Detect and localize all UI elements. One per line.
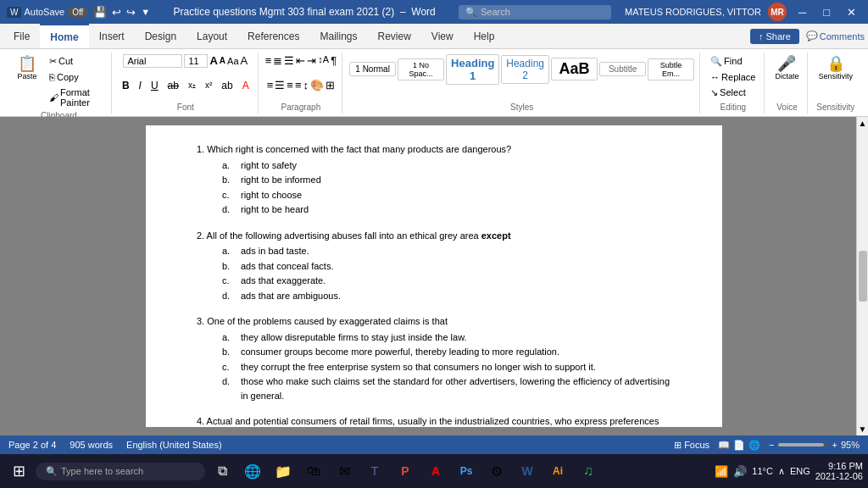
read-mode-icon[interactable]: 📖 (718, 440, 730, 451)
question-3: 3. One of the problems caused by exagger… (197, 314, 671, 402)
highlight-button[interactable]: ab (218, 79, 236, 92)
tab-home[interactable]: Home (40, 24, 88, 48)
store-icon[interactable]: 🛍 (300, 458, 327, 485)
bullets-button[interactable]: ≡ (265, 54, 272, 67)
search-bar[interactable]: 🔍 Search (459, 5, 611, 19)
line-spacing-button[interactable]: ↕ (303, 79, 309, 92)
zoom-bar[interactable] (778, 443, 829, 446)
multilevel-button[interactable]: ☰ (284, 54, 294, 67)
restore-button[interactable]: □ (818, 4, 835, 20)
user-avatar[interactable]: MR (768, 3, 787, 21)
align-center-button[interactable]: ☰ (275, 79, 285, 92)
decrease-indent-button[interactable]: ⇤ (296, 54, 305, 67)
style-title[interactable]: AaB (551, 58, 598, 80)
font-color-button[interactable]: A (239, 79, 253, 92)
close-button[interactable]: ✕ (842, 4, 861, 20)
tab-file[interactable]: File (3, 24, 40, 48)
subscript-button[interactable]: x₂ (185, 80, 199, 91)
justify-button[interactable]: ≡ (295, 79, 302, 92)
shading-button[interactable]: 🎨 (310, 79, 324, 92)
autosave-toggle[interactable]: Off (67, 7, 88, 18)
edge-icon[interactable]: 🌐 (239, 458, 266, 485)
scroll-up-icon[interactable]: ▲ (859, 119, 867, 128)
undo-icon[interactable]: ↩ (112, 6, 121, 19)
focus-button[interactable]: ⊞ Focus (674, 440, 709, 451)
photoshop-icon[interactable]: Ps (453, 458, 480, 485)
style-normal[interactable]: 1 Normal (349, 62, 396, 76)
minimize-button[interactable]: ─ (793, 4, 811, 20)
task-view-button[interactable]: ⧉ (209, 458, 236, 485)
borders-button[interactable]: ⊞ (326, 79, 335, 92)
customize-icon[interactable]: ▼ (141, 7, 150, 17)
dictate-button[interactable]: 🎤 Dictate (771, 54, 802, 82)
align-left-button[interactable]: ≡ (267, 79, 274, 92)
sort-button[interactable]: ↕A (318, 54, 329, 67)
print-layout-icon[interactable]: 📄 (733, 440, 745, 451)
style-subtle-em[interactable]: Subtle Em... (648, 58, 694, 80)
powerpoint-icon[interactable]: P (392, 458, 419, 485)
numbering-button[interactable]: ≣ (273, 54, 282, 67)
tab-references[interactable]: References (237, 24, 309, 48)
scrollbar-thumb[interactable] (859, 251, 867, 302)
change-case-button[interactable]: Aa (227, 56, 238, 66)
network-icon[interactable]: 📶 (715, 465, 728, 478)
strikethrough-button[interactable]: ab (164, 79, 182, 92)
copy-button[interactable]: ⎘ Copy (46, 70, 106, 84)
word-icon[interactable]: W (514, 458, 541, 485)
style-nospace[interactable]: 1 No Spac... (398, 58, 444, 80)
replace-button[interactable]: ↔ Replace (707, 70, 759, 84)
increase-indent-button[interactable]: ⇥ (307, 54, 316, 67)
mail-icon[interactable]: ✉ (331, 458, 358, 485)
quick-save-icon[interactable]: 💾 (93, 6, 107, 19)
system-tray-chevron[interactable]: ∧ (778, 466, 785, 477)
scrollbar[interactable]: ▲ ▼ (856, 117, 868, 435)
style-subtitle[interactable]: Subtitle (599, 62, 646, 76)
doc-page[interactable]: 1. Which right is concerned with the fac… (146, 125, 722, 427)
text-effects-button[interactable]: A (241, 54, 248, 67)
tab-help[interactable]: Help (464, 24, 505, 48)
tab-layout[interactable]: Layout (186, 24, 237, 48)
select-button[interactable]: ↘ Select (707, 86, 759, 100)
tab-insert[interactable]: Insert (89, 24, 135, 48)
tab-review[interactable]: Review (367, 24, 420, 48)
paste-icon: 📋 (18, 56, 36, 71)
tab-design[interactable]: Design (135, 24, 186, 48)
shrink-font-button[interactable]: A (220, 56, 225, 65)
redo-icon[interactable]: ↪ (126, 6, 136, 19)
volume-icon[interactable]: 🔊 (733, 465, 747, 478)
scroll-down-icon[interactable]: ▼ (859, 424, 867, 434)
web-layout-icon[interactable]: 🌐 (748, 440, 760, 451)
zoom-in-button[interactable]: + (832, 440, 837, 450)
adobe-icon[interactable]: A (422, 458, 449, 485)
sensitivity-button[interactable]: 🔒 Sensitivity (815, 54, 856, 82)
share-button[interactable]: ↑ Share (750, 29, 799, 44)
style-heading2[interactable]: Heading 2 (501, 55, 549, 84)
zoom-out-button[interactable]: − (769, 440, 774, 450)
paste-button[interactable]: 📋 Paste (12, 54, 42, 82)
teams-icon[interactable]: T (361, 458, 388, 485)
clock[interactable]: 9:16 PM 2021-12-06 (815, 461, 863, 481)
show-formatting-button[interactable]: ¶ (331, 54, 337, 67)
style-heading1[interactable]: Heading 1 (446, 54, 499, 85)
format-painter-button[interactable]: 🖌 Format Painter (46, 86, 106, 109)
superscript-button[interactable]: x² (202, 80, 215, 91)
grow-font-button[interactable]: A (209, 54, 217, 67)
taskbar-search[interactable]: 🔍 Type here to search (36, 463, 205, 480)
start-button[interactable]: ⊞ (5, 458, 32, 485)
settings-icon[interactable]: ⚙ (483, 458, 510, 485)
italic-button[interactable]: I (136, 79, 145, 92)
align-right-button[interactable]: ≡ (287, 79, 293, 92)
tab-view[interactable]: View (421, 24, 464, 48)
bold-button[interactable]: B (119, 79, 133, 92)
font-size-input[interactable] (184, 54, 208, 68)
spotify-icon[interactable]: ♫ (575, 458, 602, 485)
illustrator-icon[interactable]: Ai (544, 458, 571, 485)
cut-button[interactable]: ✂ Cut (46, 54, 106, 69)
tab-mailings[interactable]: Mailings (309, 24, 367, 48)
explorer-icon[interactable]: 📁 (270, 458, 297, 485)
comments-button[interactable]: 💬 Comments (806, 30, 865, 42)
find-button[interactable]: 🔍 Find (707, 54, 759, 69)
word-count: 905 words (70, 440, 113, 450)
font-name-input[interactable] (123, 54, 182, 68)
underline-button[interactable]: U (147, 79, 162, 92)
